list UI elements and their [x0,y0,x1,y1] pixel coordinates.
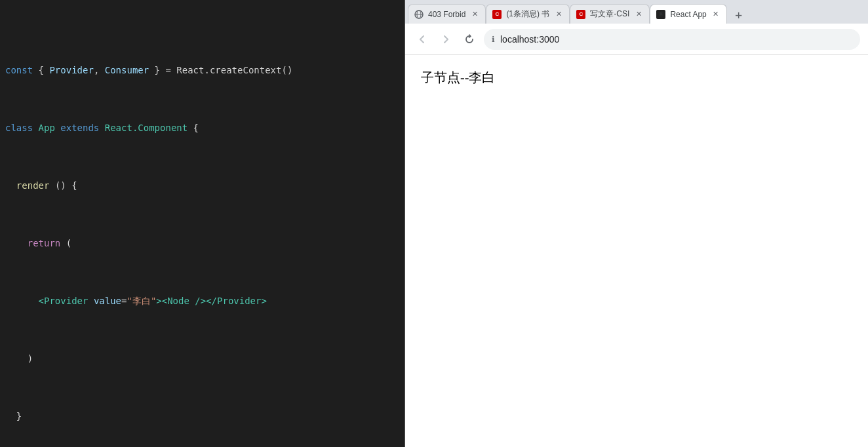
token: } = React.createContext() [149,63,292,77]
tab-csdn1-close-icon[interactable]: ✕ [553,9,564,20]
browser-tab-csdn1[interactable]: C (1条消息) 书 ✕ [486,4,570,24]
token: extends [60,121,104,135]
code-line: const { Provider, Consumer } = React.cre… [0,63,404,77]
token: { [39,63,50,77]
token: () { [55,178,77,193]
tab-403-close-icon[interactable]: ✕ [469,9,480,20]
reload-button[interactable] [460,30,479,49]
code-line: } [0,409,404,423]
token: class [5,121,39,135]
token: { [193,121,199,135]
browser-tab-403[interactable]: 403 Forbid ✕ [408,4,486,24]
csdn-favicon2-icon: C [576,9,586,20]
tab-react-close-icon[interactable]: ✕ [711,9,721,20]
csdn-favicon-icon: C [492,9,502,20]
react-favicon-icon: ⚛ [656,9,666,20]
token: App [39,121,61,135]
token: "李白" [127,294,156,308]
react-logo: ⚛ [656,10,665,19]
token [5,178,16,193]
token: ><Node /></Provider> [156,294,267,308]
token: = [121,294,127,308]
token: const [5,63,39,77]
code-line: class App extends React.Component { [0,121,404,135]
tab-write-title: 写文章-CSI [590,9,629,20]
token: render [16,178,55,193]
address-bar[interactable]: ℹ localhost:3000 [484,29,860,50]
code-content: const { Provider, Consumer } = React.cre… [0,0,404,447]
code-line: <Provider value="李白"><Node /></Provider> [0,294,404,308]
code-line: return ( [0,236,404,250]
token: ( [66,236,71,250]
browser-content: 子节点--李白 [405,55,868,447]
csdn-logo: C [492,10,502,19]
token: <Provider [39,294,94,308]
tab-react-title: React App [670,10,706,19]
tab-write-close-icon[interactable]: ✕ [633,9,644,20]
forward-button[interactable] [437,30,455,49]
token: ) [5,351,33,366]
token: return [28,236,66,250]
browser-tabs: 403 Forbid ✕ C (1条消息) 书 ✕ C 写文章-CSI ✕ ⚛ … [405,0,868,24]
token: , [94,63,105,77]
browser-tab-react[interactable]: ⚛ React App ✕ [650,4,726,24]
info-icon: ℹ [492,35,495,44]
token: Provider [49,63,93,77]
globe-favicon-icon [414,9,424,20]
browser-window: 403 Forbid ✕ C (1条消息) 书 ✕ C 写文章-CSI ✕ ⚛ … [404,0,868,447]
page-output-text: 子节点--李白 [421,68,852,87]
token: Consumer [105,63,149,77]
token: React.Component [105,121,193,135]
token [5,294,39,308]
csdn-logo2: C [576,10,585,19]
code-line: ) [0,351,404,366]
token: value [94,294,121,308]
tab-403-title: 403 Forbid [428,10,465,19]
tab-csdn1-title: (1条消息) 书 [506,9,549,20]
token [5,236,28,250]
code-editor: const { Provider, Consumer } = React.cre… [0,0,404,447]
url-text: localhost:3000 [500,34,852,45]
back-button[interactable] [413,30,431,49]
new-tab-button[interactable]: + [730,5,748,24]
browser-toolbar: ℹ localhost:3000 [405,24,868,55]
token: } [5,409,22,423]
code-line: render () { [0,178,404,193]
browser-tab-write[interactable]: C 写文章-CSI ✕ [570,4,650,24]
